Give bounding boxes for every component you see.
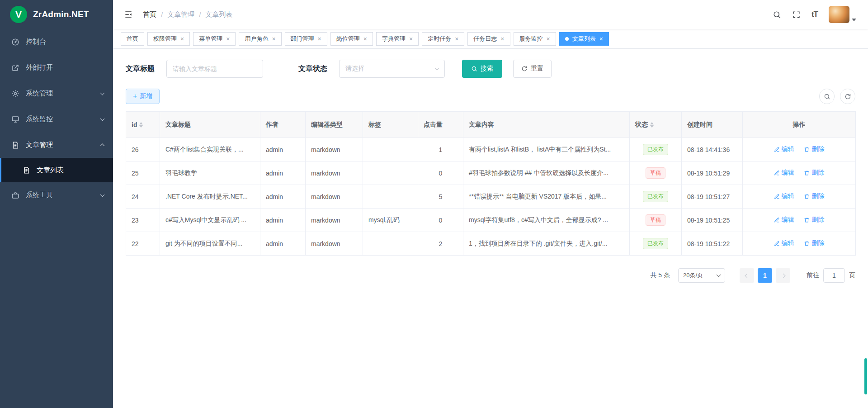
edit-button[interactable]: 编辑 bbox=[774, 145, 794, 153]
sidebar-item-article-management[interactable]: 文章管理 bbox=[0, 132, 113, 158]
sidebar-menu: 控制台 外部打开 系统管理 系统监控 文章管理 bbox=[0, 29, 113, 408]
column-header-hits: 点击量 bbox=[418, 112, 463, 138]
sidebar-item-dashboard[interactable]: 控制台 bbox=[0, 29, 113, 55]
tab-menu-management[interactable]: 菜单管理× bbox=[193, 32, 236, 46]
page-number-1[interactable]: 1 bbox=[758, 268, 772, 283]
edit-icon bbox=[774, 147, 780, 152]
breadcrumb-article-management[interactable]: 文章管理 bbox=[167, 10, 194, 19]
scrollbar-thumb[interactable] bbox=[864, 358, 867, 394]
add-button[interactable]: + 新增 bbox=[126, 89, 160, 104]
document-icon bbox=[23, 166, 30, 174]
sidebar-item-label: 系统管理 bbox=[26, 89, 94, 98]
delete-button[interactable]: 删除 bbox=[804, 192, 824, 200]
avatar[interactable] bbox=[829, 6, 849, 23]
article-status-select[interactable]: 请选择 bbox=[339, 60, 445, 78]
status-badge: 已发布 bbox=[643, 144, 668, 155]
close-icon[interactable]: × bbox=[318, 36, 321, 42]
tab-task-logs[interactable]: 任务日志× bbox=[467, 32, 510, 46]
cell-content: **错误提示** 当电脑更新 VS2017 版本后，如果... bbox=[463, 185, 630, 209]
tab-permission-management[interactable]: 权限管理× bbox=[147, 32, 190, 46]
app-title: ZrAdmin.NET bbox=[33, 9, 89, 19]
edit-button[interactable]: 编辑 bbox=[774, 192, 794, 200]
delete-button[interactable]: 删除 bbox=[804, 145, 824, 153]
sidebar-item-article-list[interactable]: 文章列表 bbox=[0, 158, 113, 182]
cell-hits: 1 bbox=[418, 138, 463, 161]
column-header-created: 创建时间 bbox=[682, 112, 743, 138]
cell-editor: markdown bbox=[306, 161, 363, 185]
cell-hits: 2 bbox=[418, 232, 463, 256]
tab-label: 用户角色 bbox=[245, 35, 268, 43]
page-size-select[interactable]: 20条/页 bbox=[678, 268, 725, 283]
tab-label: 任务日志 bbox=[473, 35, 497, 43]
next-page-button[interactable] bbox=[776, 268, 790, 283]
edit-button[interactable]: 编辑 bbox=[774, 239, 794, 247]
delete-button[interactable]: 删除 bbox=[804, 216, 824, 224]
close-icon[interactable]: × bbox=[363, 36, 367, 42]
tab-department-management[interactable]: 部门管理× bbox=[285, 32, 327, 46]
tab-article-list[interactable]: 文章列表× bbox=[559, 32, 609, 46]
breadcrumb-home[interactable]: 首页 bbox=[143, 10, 156, 19]
close-icon[interactable]: × bbox=[180, 36, 184, 42]
edit-button[interactable]: 编辑 bbox=[774, 169, 794, 177]
tab-post-management[interactable]: 岗位管理× bbox=[330, 32, 373, 46]
sort-icon[interactable] bbox=[650, 122, 654, 128]
user-menu[interactable] bbox=[829, 6, 856, 23]
refresh-table-button[interactable] bbox=[840, 89, 855, 104]
close-icon[interactable]: × bbox=[455, 36, 458, 42]
tab-dict-management[interactable]: 字典管理× bbox=[376, 32, 419, 46]
column-header-status[interactable]: 状态 bbox=[630, 112, 682, 138]
chevron-down-icon bbox=[717, 273, 721, 277]
goto-page-input[interactable] bbox=[823, 268, 845, 283]
close-icon[interactable]: × bbox=[547, 36, 550, 42]
cell-created: 08-18 14:41:36 bbox=[682, 138, 743, 161]
reset-button[interactable]: 重置 bbox=[513, 60, 552, 78]
sort-icon[interactable] bbox=[139, 122, 143, 128]
close-icon[interactable]: × bbox=[599, 36, 603, 42]
app-root: V ZrAdmin.NET 控制台 外部打开 系统管理 系统监控 bbox=[0, 0, 868, 408]
font-size-icon[interactable]: tT bbox=[811, 10, 818, 19]
cell-author: admin bbox=[260, 161, 306, 185]
sidebar-item-system-monitor[interactable]: 系统监控 bbox=[0, 106, 113, 132]
cell-id: 24 bbox=[126, 185, 160, 209]
add-button-label: 新增 bbox=[140, 92, 152, 100]
pagination: 共 5 条 20条/页 1 前往 页 bbox=[126, 268, 855, 283]
tab-label: 定时任务 bbox=[428, 35, 451, 43]
external-link-icon bbox=[11, 64, 19, 72]
sidebar-item-system-tools[interactable]: 系统工具 bbox=[0, 182, 113, 208]
prev-page-button[interactable] bbox=[740, 268, 754, 283]
close-icon[interactable]: × bbox=[500, 36, 504, 42]
edit-icon bbox=[774, 170, 780, 176]
sidebar-item-external[interactable]: 外部打开 bbox=[0, 55, 113, 81]
select-placeholder: 请选择 bbox=[345, 65, 364, 73]
fullscreen-icon[interactable] bbox=[792, 10, 801, 19]
delete-button[interactable]: 删除 bbox=[804, 239, 824, 247]
close-icon[interactable]: × bbox=[409, 36, 413, 42]
search-button[interactable]: 搜索 bbox=[462, 60, 502, 78]
tab-label: 首页 bbox=[127, 35, 138, 43]
cell-created: 08-19 10:51:27 bbox=[682, 185, 743, 209]
close-icon[interactable]: × bbox=[272, 36, 275, 42]
article-title-input[interactable] bbox=[166, 60, 263, 78]
column-header-author: 作者 bbox=[260, 112, 306, 138]
column-header-id[interactable]: id bbox=[126, 112, 160, 138]
goto-page: 前往 页 bbox=[807, 268, 855, 283]
tab-label: 权限管理 bbox=[153, 35, 177, 43]
tab-user-role[interactable]: 用户角色× bbox=[239, 32, 281, 46]
header-search-icon[interactable] bbox=[773, 10, 781, 19]
tab-home[interactable]: 首页 bbox=[121, 32, 144, 46]
app-logo[interactable]: V ZrAdmin.NET bbox=[0, 0, 113, 29]
tab-label: 字典管理 bbox=[382, 35, 406, 43]
close-icon[interactable]: × bbox=[226, 36, 230, 42]
cell-id: 22 bbox=[126, 232, 160, 256]
tab-service-monitor[interactable]: 服务监控× bbox=[514, 32, 556, 46]
menu-fold-icon[interactable] bbox=[124, 10, 133, 19]
sidebar-item-system-management[interactable]: 系统管理 bbox=[0, 81, 113, 106]
breadcrumb-article-list: 文章列表 bbox=[205, 10, 232, 19]
cell-actions: 编辑 删除 bbox=[743, 185, 856, 209]
toggle-search-button[interactable] bbox=[819, 89, 835, 104]
delete-button[interactable]: 删除 bbox=[804, 169, 824, 177]
tab-scheduled-tasks[interactable]: 定时任务× bbox=[422, 32, 464, 46]
edit-button[interactable]: 编辑 bbox=[774, 216, 794, 224]
tab-label: 文章列表 bbox=[572, 35, 596, 43]
cell-content: 有两个list,listA 和listB， listA中有三个属性列为St... bbox=[463, 138, 630, 161]
